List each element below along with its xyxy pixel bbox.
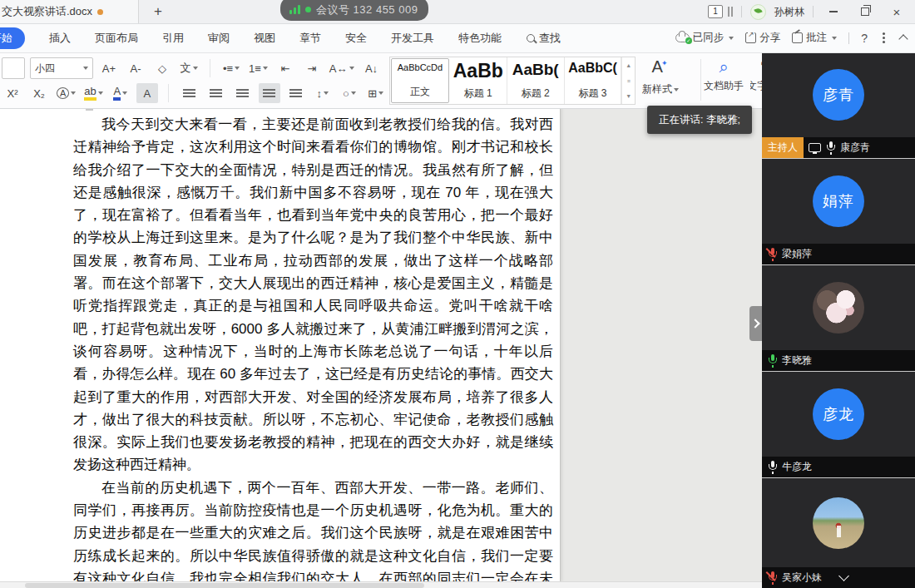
- document-text[interactable]: 我今天到交大来看一看，主要还是前面收到老教授们给我的信。我对西迁精神给予肯定，这…: [73, 113, 553, 581]
- style-标题-2[interactable]: AaBb(标题 2: [507, 57, 565, 104]
- more-dots-icon: [883, 37, 885, 39]
- participant-name: 牛彦龙: [782, 460, 812, 474]
- increase-font-button[interactable]: A+: [98, 58, 120, 78]
- close-button[interactable]: ×: [885, 2, 908, 21]
- video-tile-kangyanqing[interactable]: 彦青 主持人 康彦青: [762, 52, 915, 158]
- menu-item-security[interactable]: 安全: [345, 31, 367, 46]
- increase-indent-button[interactable]: ⇥: [301, 58, 323, 78]
- sync-status-button[interactable]: ✓ 已同步: [675, 31, 734, 45]
- paragraph[interactable]: 在当前的历史机遇下，两个一百年、西部大开发、一带一路。老师们、同学们，再接再厉。…: [73, 477, 553, 581]
- menu-item-references[interactable]: 引用: [162, 31, 184, 46]
- align-right-button[interactable]: [232, 83, 254, 103]
- chevron-down-icon: [351, 91, 356, 95]
- panel-collapse-handle[interactable]: [749, 306, 762, 341]
- circled-char-button-glyph: A: [57, 87, 69, 99]
- styles-scroll-up-icon[interactable]: ▲: [622, 57, 635, 73]
- numbered-list-button[interactable]: 1≡: [247, 58, 270, 78]
- justify-button[interactable]: [259, 83, 280, 103]
- paragraph[interactable]: 我今天到交大来看一看，主要还是前面收到老教授们给我的信。我对西迁精神给予肯定，这…: [73, 113, 553, 477]
- doc-assistant-icon: ⌕: [719, 57, 728, 76]
- borders-button-glyph: ⊞: [368, 87, 377, 100]
- minimize-button[interactable]: [822, 2, 845, 21]
- subscript-button[interactable]: X₂: [28, 83, 50, 103]
- mic-muted-icon: [768, 248, 777, 260]
- shape-outline-button[interactable]: ○: [339, 83, 360, 103]
- share-button[interactable]: 分享: [745, 31, 780, 45]
- new-style-button[interactable]: A✦ 新样式: [642, 57, 679, 96]
- style-preview: AaBbC(: [568, 62, 617, 75]
- chevron-down-icon: [235, 67, 240, 70]
- justify-button-icon: [263, 89, 275, 98]
- decrease-indent-button[interactable]: ⇤: [274, 58, 296, 78]
- find-button[interactable]: 查找: [527, 31, 561, 46]
- document-count-badge[interactable]: 1: [708, 5, 723, 18]
- horizontal-scrollbar[interactable]: [0, 581, 762, 588]
- font-name-select-partial[interactable]: [2, 57, 25, 79]
- style-label: 标题 2: [522, 86, 550, 101]
- comment-button[interactable]: 批注: [792, 31, 837, 45]
- menu-item-section[interactable]: 章节: [299, 31, 321, 46]
- menu-item-dev-tools[interactable]: 开发工具: [391, 31, 434, 46]
- more-menu-button[interactable]: [879, 37, 888, 39]
- style-正文[interactable]: AaBbCcDd正文: [391, 58, 449, 103]
- char-shading-button[interactable]: A: [136, 83, 158, 103]
- style-标题-3[interactable]: AaBbC(标题 3: [565, 57, 622, 104]
- menu-item-home[interactable]: 开始: [0, 27, 25, 49]
- video-tile-wujiaxiaomei[interactable]: 吴家小妹: [762, 477, 915, 588]
- user-avatar[interactable]: [750, 4, 766, 20]
- style-label: 标题 1: [464, 86, 492, 101]
- text-tool-icon: ✎: [760, 57, 762, 76]
- text-tool-button[interactable]: ✎ 文字工具: [750, 57, 762, 93]
- style-标题-1[interactable]: AaBb标题 1: [450, 57, 507, 104]
- meeting-id-badge[interactable]: 会议号 132 455 009: [280, 0, 428, 21]
- video-tile-niuyanlong[interactable]: 彦龙 牛彦龙: [762, 371, 915, 477]
- document-tab-title: 交大视察讲话.docx: [2, 4, 92, 19]
- menu-item-view[interactable]: 视图: [254, 31, 275, 46]
- menu-item-insert[interactable]: 插入: [49, 31, 71, 46]
- char-scale-button[interactable]: A↔: [328, 58, 356, 78]
- new-tab-button[interactable]: +: [148, 2, 168, 22]
- styles-more-icon[interactable]: ≡: [622, 73, 635, 89]
- video-tile-lixiaoya[interactable]: 李晓雅: [762, 264, 915, 371]
- document-page[interactable]: 我今天到交大来看一看，主要还是前面收到老教授们给我的信。我对西迁精神给予肯定，这…: [0, 108, 561, 581]
- window-split-icon[interactable]: [728, 7, 733, 17]
- expand-chevron-icon[interactable]: [838, 571, 849, 581]
- align-center-button[interactable]: [205, 83, 227, 103]
- chevron-down-icon: [122, 91, 127, 95]
- doc-assistant-button[interactable]: ⌕ 文档助手: [704, 57, 744, 93]
- clear-format-button[interactable]: ◇: [151, 58, 173, 78]
- scrollbar-thumb[interactable]: [25, 583, 424, 588]
- toolbar-separator: [168, 84, 169, 102]
- chevron-down-icon: [378, 91, 383, 95]
- line-spacing-button[interactable]: ↕: [312, 83, 334, 103]
- avatar-initials: 彦龙: [823, 404, 854, 424]
- document-tab[interactable]: 交大视察讲话.docx: [0, 0, 139, 23]
- font-size-select[interactable]: 小四: [30, 57, 93, 79]
- help-button[interactable]: ?: [861, 32, 868, 45]
- align-left-button[interactable]: [179, 83, 200, 103]
- styles-scroll-down-icon[interactable]: ▼: [622, 88, 635, 104]
- restore-button[interactable]: [853, 2, 877, 21]
- borders-button[interactable]: ⊞: [365, 83, 387, 103]
- chevron-down-icon: [83, 67, 88, 70]
- decrease-font-button[interactable]: A-: [125, 58, 146, 78]
- style-label: 正文: [410, 85, 430, 99]
- styles-gallery-scroll[interactable]: ▲≡▼: [621, 57, 635, 104]
- participant-photo-avatar: [813, 497, 864, 549]
- pinyin-guide-button[interactable]: 文: [178, 58, 200, 78]
- menu-item-page-layout[interactable]: 页面布局: [95, 31, 138, 46]
- highlight-button[interactable]: ab: [82, 83, 104, 103]
- distribute-button[interactable]: [285, 83, 307, 103]
- video-tile-liangjuanping[interactable]: 娟萍 梁娟萍: [762, 158, 915, 264]
- circled-char-button[interactable]: A: [55, 83, 77, 103]
- bullet-list-button[interactable]: •≡: [220, 58, 242, 78]
- align-left-button-icon: [183, 89, 195, 98]
- menu-item-review[interactable]: 审阅: [208, 31, 230, 46]
- mic-speaking-icon: [768, 354, 777, 367]
- sort-button[interactable]: A↓: [361, 58, 383, 78]
- menu-item-special-features[interactable]: 特色功能: [458, 31, 502, 46]
- font-color-button[interactable]: A: [110, 83, 131, 103]
- superscript-button[interactable]: X²: [2, 83, 23, 103]
- collapse-ribbon-button[interactable]: [900, 33, 907, 42]
- participant-avatar: 娟萍: [813, 175, 864, 227]
